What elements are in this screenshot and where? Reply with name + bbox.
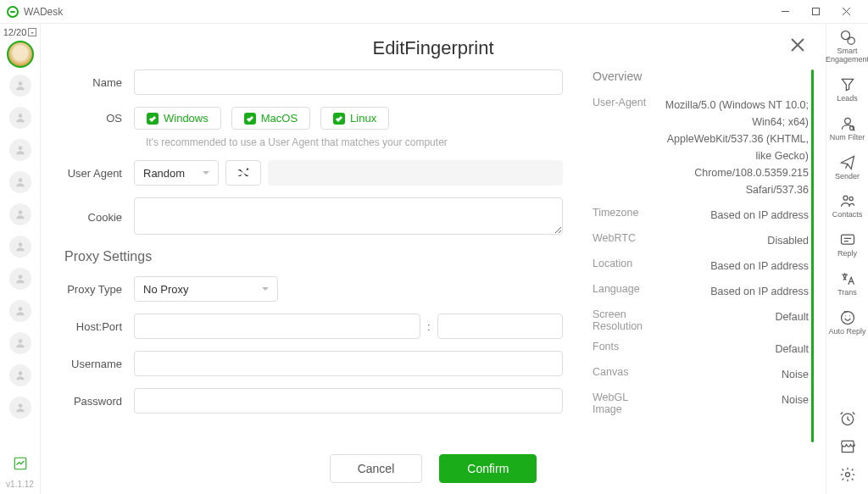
overview-row: WebGL ImageNoise — [593, 391, 809, 415]
minimize-button[interactable] — [770, 0, 800, 24]
account-counter[interactable]: 12/20 — [3, 27, 37, 37]
left-rail: 12/20 v1.1.12 — [0, 24, 41, 494]
proxy-type-label: Proxy Type — [58, 283, 134, 296]
person-icon — [14, 402, 26, 414]
avatar-slot[interactable] — [9, 171, 31, 193]
host-input[interactable] — [134, 314, 420, 339]
check-icon — [246, 114, 254, 123]
overview-value: Based on IP address — [659, 207, 809, 224]
tool-label: Smart Engagement — [826, 47, 868, 64]
svg-point-26 — [841, 312, 854, 325]
person-icon — [14, 305, 26, 317]
name-label: Name — [58, 76, 134, 89]
hostport-separator: : — [427, 320, 431, 333]
svg-point-15 — [18, 403, 22, 408]
shuffle-button[interactable] — [225, 160, 261, 186]
proxy-type-select[interactable]: No Proxy — [134, 276, 278, 302]
trans-icon — [839, 270, 856, 287]
os-macos-checkbox[interactable]: MacOS — [231, 107, 310, 130]
avatar-slot[interactable] — [9, 397, 31, 419]
avatar-slot[interactable] — [9, 364, 31, 386]
close-window-button[interactable] — [831, 0, 861, 24]
tool-label: Reply — [837, 250, 857, 258]
avatar-slot[interactable] — [9, 332, 31, 354]
cookie-input[interactable] — [134, 197, 563, 235]
person-icon — [14, 176, 26, 188]
avatar-slot[interactable] — [9, 107, 31, 129]
overview-value: Default — [659, 308, 809, 332]
alarm-button[interactable] — [839, 410, 856, 430]
svg-point-21 — [844, 118, 850, 124]
tool-label: Trans — [837, 289, 857, 297]
overview-row: User-AgentMozilla/5.0 (Windows NT 10.0; … — [593, 97, 809, 198]
password-input[interactable] — [134, 388, 563, 414]
tool-smart[interactable]: Smart Engagement — [826, 29, 868, 64]
person-icon — [14, 337, 26, 349]
os-linux-checkbox[interactable]: Linux — [320, 107, 389, 130]
overview-label: Fonts — [593, 341, 659, 358]
svg-rect-25 — [841, 236, 854, 245]
avatar-slot[interactable] — [9, 139, 31, 161]
ua-select-value: Random — [143, 167, 185, 180]
avatar-slot[interactable] — [9, 203, 31, 225]
ua-select[interactable]: Random — [134, 160, 219, 186]
cookie-label: Cookie — [58, 211, 134, 224]
stats-button[interactable] — [9, 452, 31, 475]
cancel-button[interactable]: Cancel — [330, 454, 423, 483]
tool-label: Leads — [837, 95, 858, 103]
overview-value: Based on IP address — [659, 283, 809, 300]
tool-trans[interactable]: Trans — [826, 270, 868, 297]
tool-sender[interactable]: Sender — [826, 154, 868, 181]
os-hint: It's recommended to use a User Agent tha… — [146, 136, 563, 148]
tool-numfilter[interactable]: Num Filter — [826, 115, 868, 142]
overview-label: Canvas — [593, 366, 659, 383]
numfilter-icon — [839, 115, 856, 132]
username-input[interactable] — [134, 351, 563, 376]
tool-autoreply[interactable]: Auto Reply — [826, 309, 868, 336]
confirm-button[interactable]: Confirm — [439, 454, 537, 483]
tool-label: Contacts — [832, 211, 863, 219]
tool-reply[interactable]: Reply — [826, 231, 868, 258]
ua-display — [268, 160, 563, 186]
active-avatar[interactable] — [7, 41, 34, 68]
person-icon — [14, 80, 26, 92]
smart-icon — [839, 29, 856, 46]
svg-rect-1 — [812, 8, 819, 15]
titlebar: WADesk — [0, 0, 868, 24]
person-icon — [14, 241, 26, 253]
autoreply-icon — [839, 309, 856, 326]
avatar-slot[interactable] — [9, 236, 31, 258]
name-input[interactable] — [134, 69, 563, 95]
overview-row: Screen ResolutionDefault — [593, 308, 809, 332]
avatar-slot[interactable] — [9, 268, 31, 290]
svg-point-28 — [845, 473, 849, 477]
overview-row: LocationBased on IP address — [593, 258, 809, 275]
svg-point-8 — [18, 178, 22, 182]
alarm-icon — [839, 410, 856, 427]
form-column: Name OS Windows MacOS Linux It's recomme… — [58, 69, 580, 442]
svg-point-9 — [18, 210, 22, 214]
right-rail: Smart EngagementLeadsNum FilterSenderCon… — [826, 24, 868, 494]
contacts-icon — [839, 192, 856, 209]
avatar-slot[interactable] — [9, 75, 31, 97]
close-button[interactable] — [790, 37, 805, 55]
overview-label: Screen Resolution — [593, 308, 659, 332]
app-logo-icon — [7, 6, 19, 18]
port-input[interactable] — [437, 314, 563, 339]
os-windows-checkbox[interactable]: Windows — [134, 107, 221, 130]
person-icon — [14, 144, 26, 156]
store-button[interactable] — [839, 438, 856, 458]
cancel-label: Cancel — [358, 462, 395, 475]
app-name: WADesk — [24, 6, 63, 18]
confirm-label: Confirm — [467, 462, 509, 475]
svg-point-5 — [18, 81, 22, 86]
svg-point-13 — [18, 339, 22, 343]
settings-button[interactable] — [839, 466, 856, 486]
tool-leads[interactable]: Leads — [826, 76, 868, 103]
maximize-button[interactable] — [800, 0, 831, 24]
person-icon — [14, 273, 26, 285]
tool-contacts[interactable]: Contacts — [826, 192, 868, 219]
tool-label: Num Filter — [830, 134, 865, 142]
avatar-slot[interactable] — [9, 300, 31, 322]
overview-row: LanguageBased on IP address — [593, 283, 809, 300]
